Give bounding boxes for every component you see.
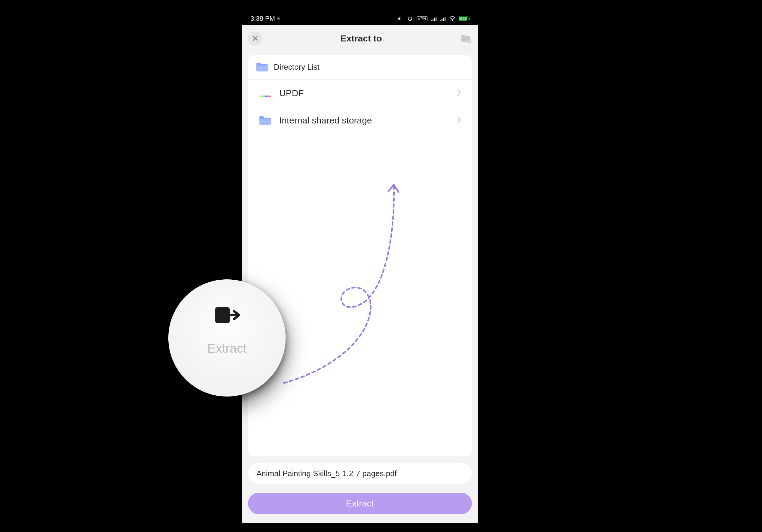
status-right: VPN 87 bbox=[397, 16, 470, 22]
navbar: Extract to bbox=[242, 25, 478, 52]
alarm-icon bbox=[407, 16, 413, 22]
extract-icon bbox=[214, 305, 240, 326]
battery-icon: 87 bbox=[459, 16, 470, 21]
chevron-right-icon bbox=[457, 89, 461, 97]
brightness-icon: ☀ bbox=[277, 16, 281, 21]
list-item-updf[interactable]: UPDF bbox=[256, 80, 464, 107]
extract-button[interactable]: Extract bbox=[248, 493, 472, 514]
folder-open-icon bbox=[256, 62, 268, 72]
status-bar: 3:38 PM ☀ VPN bbox=[242, 12, 478, 25]
extract-callout-label: Extract bbox=[207, 341, 247, 356]
status-left: 3:38 PM ☀ bbox=[250, 15, 281, 23]
close-button[interactable] bbox=[248, 31, 263, 46]
extract-callout: Extract bbox=[168, 279, 285, 397]
chevron-right-icon bbox=[457, 116, 461, 125]
folder-icon bbox=[259, 115, 271, 126]
phone-frame: 3:38 PM ☀ VPN bbox=[242, 12, 478, 523]
directory-section-label: Directory List bbox=[274, 62, 320, 72]
filename-text: Animal Painting Skills_5-1,2-7 pages.pdf bbox=[257, 469, 397, 478]
page-title: Extract to bbox=[340, 33, 382, 43]
list-item-label: UPDF bbox=[279, 88, 449, 98]
list-item-internal-storage[interactable]: Internal shared storage bbox=[256, 107, 464, 134]
signal-2-icon bbox=[440, 16, 445, 21]
svg-rect-4 bbox=[469, 18, 470, 20]
signal-1-icon bbox=[431, 16, 436, 21]
svg-point-1 bbox=[452, 20, 453, 21]
vpn-badge: VPN bbox=[417, 16, 427, 21]
status-time: 3:38 PM bbox=[250, 15, 275, 23]
stage: 3:38 PM ☀ VPN bbox=[0, 0, 762, 532]
directory-section-header: Directory List bbox=[248, 55, 472, 80]
svg-text:87: 87 bbox=[462, 17, 465, 21]
list-item-label: Internal shared storage bbox=[279, 115, 449, 126]
app-screen: Extract to Directory List bbox=[242, 25, 478, 523]
mute-icon bbox=[397, 16, 403, 22]
wifi-icon bbox=[449, 16, 456, 21]
new-folder-button[interactable] bbox=[460, 33, 472, 44]
extract-button-label: Extract bbox=[346, 499, 374, 508]
filename-input[interactable]: Animal Painting Skills_5-1,2-7 pages.pdf bbox=[248, 463, 472, 484]
directory-card: Directory List UPDF Internal shared stor… bbox=[248, 55, 472, 456]
close-icon bbox=[252, 35, 259, 42]
updf-logo-icon bbox=[259, 88, 271, 98]
folder-add-icon bbox=[461, 34, 471, 43]
